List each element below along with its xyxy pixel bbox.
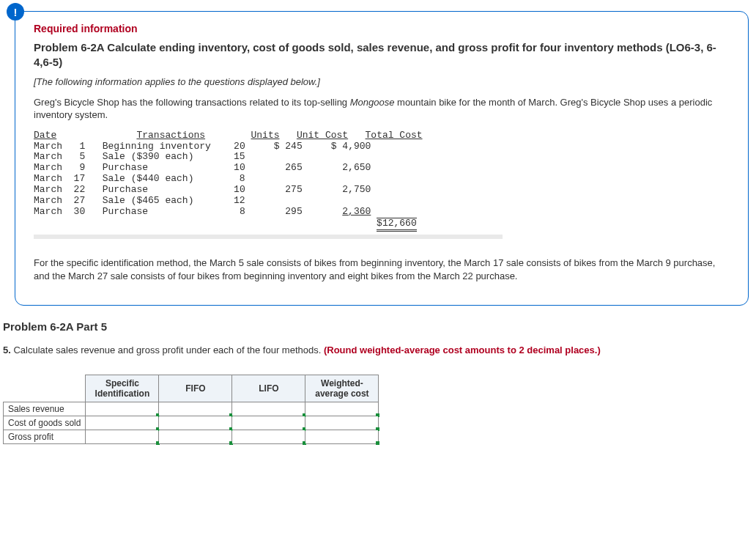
r2-date: March 9 bbox=[34, 162, 85, 173]
col-wavg: Weighted-average cost bbox=[305, 375, 379, 402]
cell-sales-wavg[interactable] bbox=[305, 402, 379, 416]
r4-date: March 22 bbox=[34, 184, 85, 195]
part-title: Problem 6-2A Part 5 bbox=[3, 320, 756, 333]
transactions-table: Date Transactions Units Unit Cost Total … bbox=[34, 130, 503, 239]
input-gp-lifo[interactable] bbox=[232, 430, 305, 443]
r5-trans: Sale ($465 each) bbox=[103, 195, 194, 206]
tbl-total: $12,660 bbox=[377, 218, 417, 232]
input-gp-spec[interactable] bbox=[86, 430, 158, 443]
r2-units: 10 bbox=[234, 162, 245, 173]
th-unitcost: Unit Cost bbox=[297, 130, 348, 141]
intro-text: Greg's Bicycle Shop has the following tr… bbox=[34, 96, 730, 122]
r0-trans: Beginning inventory bbox=[103, 141, 211, 152]
required-info-panel: ! Required information Problem 6-2A Calc… bbox=[15, 11, 749, 306]
r2-trans: Purchase bbox=[103, 162, 148, 173]
cell-cogs-spec[interactable] bbox=[86, 416, 159, 430]
required-info-label: Required information bbox=[34, 23, 730, 34]
r2-tc: 2,650 bbox=[342, 162, 371, 173]
input-sales-fifo[interactable] bbox=[159, 402, 231, 416]
r0-units: 20 bbox=[234, 141, 245, 152]
r6-trans: Purchase bbox=[103, 206, 148, 217]
alert-icon: ! bbox=[7, 3, 24, 21]
cell-cogs-wavg[interactable] bbox=[305, 416, 379, 430]
r6-uc: 295 bbox=[285, 206, 302, 217]
r4-trans: Purchase bbox=[103, 184, 148, 195]
r1-trans: Sale ($390 each) bbox=[103, 151, 194, 162]
row-cogs: Cost of goods sold bbox=[4, 416, 379, 430]
r5-date: March 27 bbox=[34, 195, 85, 206]
row-gross-profit: Gross profit bbox=[4, 430, 379, 444]
input-gp-fifo[interactable] bbox=[159, 430, 231, 443]
question-text-row: 5. Calculate sales revenue and gross pro… bbox=[3, 344, 756, 355]
r1-units: 15 bbox=[234, 151, 245, 162]
cell-handle-icon bbox=[376, 441, 379, 445]
th-trans: Transactions bbox=[136, 130, 205, 141]
row-label-gp: Gross profit bbox=[4, 430, 86, 444]
r4-uc: 275 bbox=[285, 184, 302, 195]
specific-id-note: For the specific identification method, … bbox=[34, 257, 730, 282]
th-date: Date bbox=[34, 130, 56, 141]
r1-date: March 5 bbox=[34, 151, 85, 162]
cell-gp-spec[interactable] bbox=[86, 430, 159, 444]
r6-date: March 30 bbox=[34, 206, 85, 217]
input-cogs-spec[interactable] bbox=[86, 416, 158, 430]
r0-uc: $ 245 bbox=[274, 141, 303, 152]
th-units: Units bbox=[251, 130, 279, 141]
row-label-sales: Sales revenue bbox=[4, 402, 86, 416]
cell-sales-spec[interactable] bbox=[86, 402, 159, 416]
r3-trans: Sale ($440 each) bbox=[103, 173, 194, 184]
cell-gp-lifo[interactable] bbox=[232, 430, 305, 444]
cell-cogs-fifo[interactable] bbox=[159, 416, 232, 430]
r3-units: 8 bbox=[234, 173, 245, 184]
input-sales-lifo[interactable] bbox=[232, 402, 305, 416]
blank-corner bbox=[4, 375, 86, 402]
r3-date: March 17 bbox=[34, 173, 85, 184]
question-text: Calculate sales revenue and gross profit… bbox=[11, 344, 324, 355]
input-sales-wavg[interactable] bbox=[305, 402, 378, 416]
row-label-cogs: Cost of goods sold bbox=[4, 416, 86, 430]
input-cogs-wavg[interactable] bbox=[305, 416, 378, 430]
r0-date: March 1 bbox=[34, 141, 85, 152]
cell-sales-lifo[interactable] bbox=[232, 402, 305, 416]
question-instruction: (Round weighted-average cost amounts to … bbox=[324, 344, 601, 355]
problem-title: Problem 6-2A Calculate ending inventory,… bbox=[34, 40, 730, 70]
intro-text-em: Mongoose bbox=[350, 97, 395, 108]
col-fifo: FIFO bbox=[159, 375, 232, 402]
r2-uc: 265 bbox=[285, 162, 302, 173]
cell-gp-fifo[interactable] bbox=[159, 430, 232, 444]
answer-grid-header-row: Specific Identification FIFO LIFO Weight… bbox=[4, 375, 379, 402]
r5-units: 12 bbox=[234, 195, 245, 206]
input-cogs-lifo[interactable] bbox=[232, 416, 305, 430]
col-spec-id: Specific Identification bbox=[86, 375, 159, 402]
r6-units: 8 bbox=[234, 206, 245, 217]
th-totalcost: Total Cost bbox=[366, 130, 423, 141]
question-number: 5. bbox=[3, 344, 11, 355]
answer-grid: Specific Identification FIFO LIFO Weight… bbox=[3, 375, 379, 444]
cell-gp-wavg[interactable] bbox=[305, 430, 379, 444]
input-cogs-fifo[interactable] bbox=[159, 416, 231, 430]
col-lifo: LIFO bbox=[232, 375, 305, 402]
r0-tc: $ 4,900 bbox=[331, 141, 371, 152]
r4-tc: 2,750 bbox=[342, 184, 371, 195]
applies-note: [The following information applies to th… bbox=[34, 76, 730, 87]
r6-tc: 2,360 bbox=[342, 206, 371, 217]
input-gp-wavg[interactable] bbox=[305, 430, 378, 443]
cell-sales-fifo[interactable] bbox=[159, 402, 232, 416]
r4-units: 10 bbox=[234, 184, 245, 195]
row-sales-revenue: Sales revenue bbox=[4, 402, 379, 416]
cell-cogs-lifo[interactable] bbox=[232, 416, 305, 430]
input-sales-spec[interactable] bbox=[86, 402, 158, 416]
intro-text-1: Greg's Bicycle Shop has the following tr… bbox=[34, 97, 350, 108]
